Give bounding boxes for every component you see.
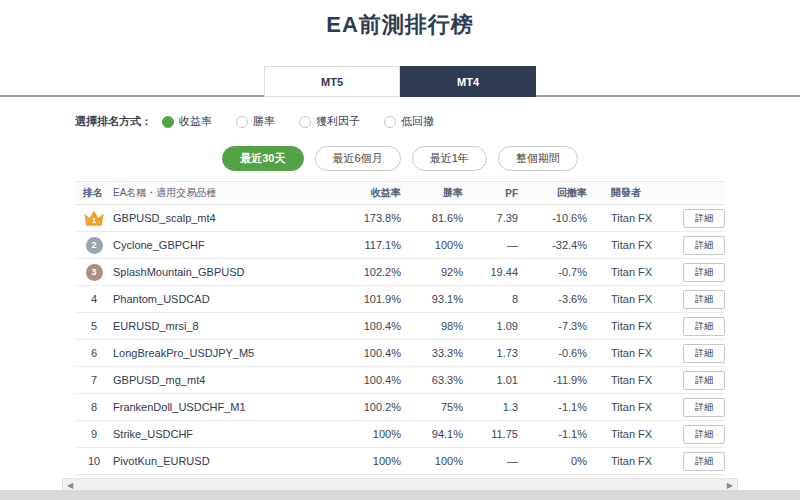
- ea-name: PivotKun_EURUSD: [113, 448, 341, 475]
- table-row: 2 Cyclone_GBPCHF 117.1% 100% — -32.4% Ti…: [75, 232, 725, 259]
- drawdown-value: -1.1%: [518, 421, 587, 448]
- rank-method-label: 選擇排名方式：: [75, 114, 152, 129]
- rank-cell: 10: [75, 448, 113, 475]
- rank-badge: 2: [86, 237, 103, 254]
- radio-icon: [236, 116, 248, 128]
- header-win-rate: 勝率: [401, 182, 463, 205]
- return-value: 100.4%: [341, 313, 401, 340]
- radio-win-rate[interactable]: 勝率: [236, 114, 275, 129]
- return-value: 100.2%: [341, 394, 401, 421]
- table-body: 1 GBPUSD_scalp_mt4 173.8% 81.6% 7.39 -10…: [75, 205, 725, 475]
- detail-button[interactable]: 詳細: [683, 371, 725, 390]
- drawdown-value: -0.6%: [518, 340, 587, 367]
- radio-low-drawdown[interactable]: 低回撤: [384, 114, 434, 129]
- detail-button[interactable]: 詳細: [683, 209, 725, 228]
- return-value: 173.8%: [341, 205, 401, 232]
- rank-cell: 7: [75, 367, 113, 394]
- radio-label: 獲利因子: [316, 114, 360, 129]
- header-rank: 排名: [75, 182, 113, 205]
- rank-number: 9: [91, 428, 97, 440]
- tab-mt4[interactable]: MT4: [400, 66, 536, 97]
- rank-badge: 3: [86, 264, 103, 281]
- pf-value: 8: [463, 286, 518, 313]
- winrate-value: 94.1%: [401, 421, 463, 448]
- rank-cell: 9: [75, 421, 113, 448]
- drawdown-value: -11.9%: [518, 367, 587, 394]
- developer-name: Titan FX: [587, 313, 665, 340]
- header-drawdown: 回撤率: [518, 182, 587, 205]
- drawdown-value: -10.6%: [518, 205, 587, 232]
- rank-cell: 8: [75, 394, 113, 421]
- rank-cell: 4: [75, 286, 113, 313]
- ea-name: GBPUSD_mg_mt4: [113, 367, 341, 394]
- winrate-value: 81.6%: [401, 205, 463, 232]
- developer-name: Titan FX: [587, 394, 665, 421]
- header-pf: PF: [463, 182, 518, 205]
- ea-name: SplashMountain_GBPUSD: [113, 259, 341, 286]
- table-row: 8 FrankenDoll_USDCHF_M1 100.2% 75% 1.3 -…: [75, 394, 725, 421]
- table-row: 3 SplashMountain_GBPUSD 102.2% 92% 19.44…: [75, 259, 725, 286]
- winrate-value: 63.3%: [401, 367, 463, 394]
- rank-method-selector: 選擇排名方式： 收益率 勝率 獲利因子 低回撤: [75, 114, 725, 129]
- ea-name: Cyclone_GBPCHF: [113, 232, 341, 259]
- rank-number: 6: [91, 347, 97, 359]
- table-row: 6 LongBreakPro_USDJPY_M5 100.4% 33.3% 1.…: [75, 340, 725, 367]
- rank-cell: 3: [75, 259, 113, 286]
- detail-button[interactable]: 詳細: [683, 236, 725, 255]
- period-1year-button[interactable]: 最近1年: [412, 146, 487, 171]
- return-value: 117.1%: [341, 232, 401, 259]
- rank-number: 7: [91, 374, 97, 386]
- table-row: 9 Strike_USDCHF 100% 94.1% 11.75 -1.1% T…: [75, 421, 725, 448]
- detail-button[interactable]: 詳細: [683, 398, 725, 417]
- return-value: 102.2%: [341, 259, 401, 286]
- ea-name: LongBreakPro_USDJPY_M5: [113, 340, 341, 367]
- pf-value: —: [463, 448, 518, 475]
- pf-value: 1.3: [463, 394, 518, 421]
- detail-button[interactable]: 詳細: [683, 317, 725, 336]
- winrate-value: 93.1%: [401, 286, 463, 313]
- detail-button[interactable]: 詳細: [683, 425, 725, 444]
- winrate-value: 33.3%: [401, 340, 463, 367]
- detail-button[interactable]: 詳細: [683, 263, 725, 282]
- period-6months-button[interactable]: 最近6個月: [315, 146, 401, 171]
- developer-name: Titan FX: [587, 259, 665, 286]
- winrate-value: 98%: [401, 313, 463, 340]
- period-30days-button[interactable]: 最近30天: [222, 146, 303, 171]
- ea-name: Strike_USDCHF: [113, 421, 341, 448]
- return-value: 100%: [341, 421, 401, 448]
- header-return: 收益率: [341, 182, 401, 205]
- winrate-value: 75%: [401, 394, 463, 421]
- period-all-button[interactable]: 整個期間: [498, 146, 578, 171]
- scroll-right-icon[interactable]: ▶: [727, 481, 733, 490]
- ea-name: EURUSD_mrsi_8: [113, 313, 341, 340]
- detail-button[interactable]: 詳細: [683, 344, 725, 363]
- drawdown-value: -1.1%: [518, 394, 587, 421]
- return-value: 101.9%: [341, 286, 401, 313]
- pf-value: 1.01: [463, 367, 518, 394]
- developer-name: Titan FX: [587, 421, 665, 448]
- rank-number: 5: [91, 320, 97, 332]
- ea-name: GBPUSD_scalp_mt4: [113, 205, 341, 232]
- table-row: 10 PivotKun_EURUSD 100% 100% — 0% Titan …: [75, 448, 725, 475]
- tab-mt5[interactable]: MT5: [264, 66, 400, 97]
- scroll-left-icon[interactable]: ◀: [67, 481, 73, 490]
- radio-return-rate[interactable]: 收益率: [162, 114, 212, 129]
- page-title: EA前測排行榜: [0, 0, 800, 40]
- developer-name: Titan FX: [587, 367, 665, 394]
- detail-button[interactable]: 詳細: [683, 452, 725, 471]
- rank-cell: 1: [75, 205, 113, 232]
- radio-icon: [299, 116, 311, 128]
- drawdown-value: 0%: [518, 448, 587, 475]
- radio-label: 收益率: [179, 114, 212, 129]
- winrate-value: 92%: [401, 259, 463, 286]
- pf-value: 19.44: [463, 259, 518, 286]
- return-value: 100.4%: [341, 340, 401, 367]
- header-ea-name: EA名稱・適用交易品種: [113, 182, 341, 205]
- radio-profit-factor[interactable]: 獲利因子: [299, 114, 360, 129]
- drawdown-value: -0.7%: [518, 259, 587, 286]
- header-developer: 開發者: [587, 182, 665, 205]
- drawdown-value: -7.3%: [518, 313, 587, 340]
- return-value: 100%: [341, 448, 401, 475]
- drawdown-value: -3.6%: [518, 286, 587, 313]
- detail-button[interactable]: 詳細: [683, 290, 725, 309]
